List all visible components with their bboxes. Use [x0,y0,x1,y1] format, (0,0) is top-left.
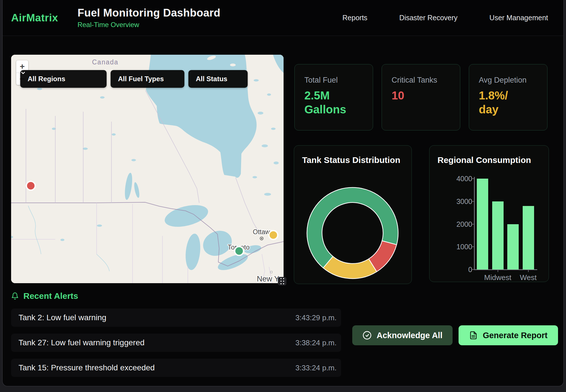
x-tick-mark [528,270,529,272]
tank-status-card: Tank Status Distribution [294,145,412,284]
bar-region-1 [477,179,488,270]
map-town-square [270,271,272,273]
page-subtitle: Real-Time Overview [78,21,220,29]
nav-item-disaster-recovery[interactable]: Disaster Recovery [399,14,457,22]
alert-row[interactable]: Tank 2: Low fuel warning3:43:29 p.m. [11,309,341,327]
stat-value: 2.5M Gallons [304,89,353,117]
page-title: Fuel Monitoring Dashboard [78,7,220,19]
y-tick-label: 2000 [429,220,472,228]
brand-logo[interactable]: AirMatrix [11,12,58,24]
donut-segment-warning [323,256,377,279]
stat-value: 10 [392,89,440,103]
x-tick-mark [498,270,498,272]
regional-consumption-bar-chart: 40003000200010000MidwestWest [429,146,549,282]
x-tick-label-west: West [520,273,537,282]
alert-row[interactable]: Tank 15: Pressure threshold exceeded3:33… [11,359,341,377]
main-nav: ReportsDisaster RecoveryUser Management [343,14,563,22]
alert-timestamp: 3:43:29 p.m. [295,313,341,322]
stat-value: 1.8%/​day [479,89,527,117]
tank-status-donut-chart [294,146,412,284]
recent-alerts-title: Recent Alerts [23,291,78,301]
y-tick-label: 4000 [429,175,472,183]
acknowledge-all-button[interactable]: Acknowledge All [352,325,453,345]
check-circle-icon [363,331,372,340]
title-block: Fuel Monitoring Dashboard Real-Time Over… [78,7,220,29]
nav-item-reports[interactable]: Reports [343,14,368,22]
donut-chart-title: Tank Status Distribution [302,155,400,165]
tank-marker-critical[interactable] [27,181,35,190]
alert-row[interactable]: Tank 27: Low fuel warning triggered3:38:… [11,334,341,352]
alert-text: Tank 27: Low fuel warning triggered [11,338,144,347]
filter-label: All Status [188,75,227,83]
stat-card-avg-depletion: Avg Depletion1.8%/​day [469,64,547,130]
alert-timestamp: 3:33:24 p.m. [295,364,341,372]
stat-label: Critical Tanks [392,76,460,85]
map-resize-handle[interactable] [278,277,286,285]
app-header: AirMatrix Fuel Monitoring Dashboard Real… [3,0,563,36]
stat-card-critical-tanks: Critical Tanks10 [382,64,460,130]
stat-label: Total Fuel [304,76,373,85]
alert-text: Tank 2: Low fuel warning [11,313,106,322]
dashboard-panel: AirMatrix Fuel Monitoring Dashboard Real… [2,0,564,386]
file-text-icon [469,331,478,340]
bell-icon [11,292,19,300]
generate-report-button[interactable]: Generate Report [459,325,558,345]
bar-region-3 [507,224,519,270]
alert-text: Tank 15: Pressure threshold exceeded [11,363,155,372]
tank-marker-warning[interactable] [269,231,278,240]
regional-consumption-card: Regional Consumption 40003000200010000Mi… [429,145,549,282]
filter-label: All Regions [20,75,65,83]
filter-all-fuel-types[interactable]: All Fuel Types [111,70,184,88]
y-axis-line [474,177,475,270]
stat-card-total-fuel: Total Fuel2.5M Gallons [294,64,373,130]
bar-west [523,206,534,270]
button-label: Generate Report [483,331,547,340]
button-label: Acknowledge All [377,331,443,340]
map-island [230,64,236,66]
y-tick-label: 1000 [429,243,472,251]
tank-marker-normal[interactable] [235,247,244,256]
recent-alerts-header: Recent Alerts [11,291,78,301]
y-tick-label: 3000 [429,197,472,206]
map-label-canada: Canada [92,58,119,66]
alert-timestamp: 3:38:24 p.m. [295,338,341,347]
map-canvas[interactable]: Canada Ottawa Toronto New York [11,55,284,283]
filter-all-regions[interactable]: All Regions [20,70,107,88]
filter-label: All Fuel Types [111,75,164,83]
x-tick-label-midwest: Midwest [484,273,511,282]
map-container[interactable]: Canada Ottawa Toronto New York + − All R… [11,55,284,283]
nav-item-user-management[interactable]: User Management [489,14,548,22]
bar-midwest [492,201,504,270]
stat-label: Avg Depletion [479,76,547,85]
map-filter-bar: All RegionsAll Fuel TypesAll Status [20,70,248,88]
y-tick-label: 0 [429,266,472,274]
filter-all-status[interactable]: All Status [188,70,248,88]
